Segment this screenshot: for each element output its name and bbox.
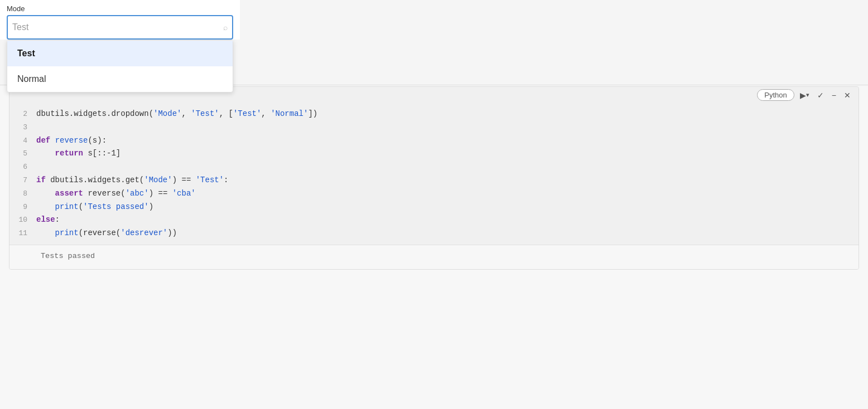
cell-output: Tests passed: [9, 245, 859, 269]
line-content: else:: [36, 213, 859, 227]
line-content: return s[::-1]: [36, 147, 859, 160]
widget-input-wrapper: ⌕: [7, 15, 233, 40]
code-line-3: 3: [9, 121, 859, 134]
minimize-button[interactable]: −: [830, 90, 838, 101]
line-content: [36, 121, 859, 134]
check-button[interactable]: ✓: [815, 90, 826, 101]
search-icon: ⌕: [223, 23, 228, 32]
minimize-icon: −: [832, 91, 836, 100]
widget-search-input[interactable]: [12, 22, 223, 32]
language-badge[interactable]: Python: [757, 89, 794, 101]
line-number: 3: [9, 121, 36, 134]
line-content: [36, 160, 859, 174]
line-content: print('Tests passed'): [36, 201, 859, 214]
line-number: 6: [9, 160, 36, 173]
line-number: 4: [9, 134, 36, 147]
code-editor[interactable]: 2 dbutils.widgets.dropdown('Mode', 'Test…: [9, 103, 859, 245]
code-line-7: 7 if dbutils.widgets.get('Mode') == 'Tes…: [9, 174, 859, 187]
line-content: assert reverse('abc') == 'cba': [36, 187, 859, 201]
close-button[interactable]: ✕: [842, 90, 853, 101]
line-content: def reverse(s):: [36, 134, 859, 148]
line-number: 7: [9, 174, 36, 187]
run-dropdown-arrow: ▾: [806, 91, 809, 99]
code-line-9: 9 print('Tests passed'): [9, 201, 859, 214]
line-number: 2: [9, 108, 36, 120]
notebook-area: Python ▶▾ ✓ − ✕ 2 dbutils.widgets.dropdo…: [0, 86, 868, 409]
run-button[interactable]: ▶▾: [798, 90, 812, 101]
output-text: Tests passed: [41, 252, 95, 260]
dropdown-item-test[interactable]: Test: [7, 41, 233, 66]
line-number: 11: [9, 227, 36, 240]
line-number: 10: [9, 213, 36, 226]
code-line-10: 10 else:: [9, 213, 859, 227]
run-icon: ▶: [800, 91, 806, 100]
line-content: dbutils.widgets.dropdown('Mode', 'Test',…: [36, 108, 859, 121]
line-number: 8: [9, 187, 36, 200]
check-icon: ✓: [817, 91, 824, 100]
dropdown-item-normal[interactable]: Normal: [7, 66, 233, 92]
close-icon: ✕: [844, 91, 851, 100]
line-number: 9: [9, 201, 36, 213]
line-number: 5: [9, 147, 36, 160]
code-line-6: 6: [9, 160, 859, 174]
code-line-5: 5 return s[::-1]: [9, 147, 859, 160]
code-line-4: 4 def reverse(s):: [9, 134, 859, 148]
line-content: if dbutils.widgets.get('Mode') == 'Test'…: [36, 174, 859, 187]
mode-dropdown: Test Normal: [7, 40, 233, 92]
code-line-11: 11 print(reverse('desrever')): [9, 227, 859, 240]
code-cell: Python ▶▾ ✓ − ✕ 2 dbutils.widgets.dropdo…: [9, 86, 859, 270]
widget-area: Mode ⌕: [0, 0, 240, 40]
code-line-8: 8 assert reverse('abc') == 'cba': [9, 187, 859, 201]
code-line-2: 2 dbutils.widgets.dropdown('Mode', 'Test…: [9, 108, 859, 121]
line-content: print(reverse('desrever')): [36, 227, 859, 240]
widget-label: Mode: [7, 4, 233, 13]
